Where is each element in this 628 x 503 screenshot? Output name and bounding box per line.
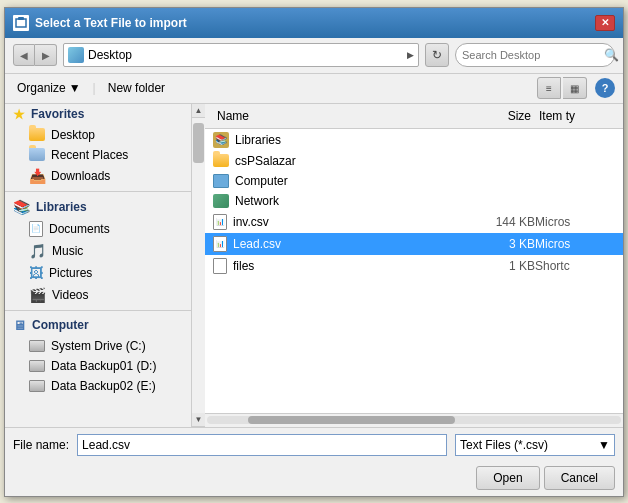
- sidebar-item-label: Documents: [49, 222, 110, 236]
- videos-icon: 🎬: [29, 287, 46, 303]
- shortcut-file-icon: [213, 258, 227, 274]
- file-type-cell: Micros: [535, 215, 615, 229]
- file-name-text: files: [233, 259, 254, 273]
- close-button[interactable]: ✕: [595, 15, 615, 31]
- filename-input[interactable]: [77, 434, 447, 456]
- sidebar-item-desktop[interactable]: Desktop: [5, 125, 191, 145]
- computer-section: 🖥 Computer System Drive (C:) Data Backup…: [5, 315, 191, 396]
- grid-view-button[interactable]: ▦: [563, 77, 587, 99]
- help-button[interactable]: ?: [595, 78, 615, 98]
- open-button[interactable]: Open: [476, 466, 539, 490]
- table-row[interactable]: Computer: [205, 171, 623, 191]
- libraries-header[interactable]: 📚 Libraries: [5, 196, 191, 218]
- svg-rect-1: [18, 17, 24, 20]
- table-row[interactable]: 📊 Lead.csv 3 KB Micros: [205, 233, 623, 255]
- table-row[interactable]: 📚 Libraries: [205, 129, 623, 151]
- dialog-icon: [13, 15, 29, 31]
- col-type-header[interactable]: Item ty: [535, 107, 615, 125]
- file-name-text: csPSalazar: [235, 154, 296, 168]
- sidebar-item-e-drive[interactable]: Data Backup02 (E:): [5, 376, 191, 396]
- location-icon: [68, 47, 84, 63]
- bottom-buttons: Open Cancel: [476, 466, 615, 490]
- filetype-select[interactable]: Text Files (*.csv) ▼: [455, 434, 615, 456]
- file-name-cell: Computer: [213, 174, 465, 188]
- search-input[interactable]: [462, 49, 600, 61]
- sidebar-item-recent-places[interactable]: Recent Places: [5, 145, 191, 165]
- scroll-thumb[interactable]: [193, 123, 204, 163]
- search-icon[interactable]: 🔍: [604, 48, 619, 62]
- file-name-cell: csPSalazar: [213, 154, 465, 168]
- computer-header[interactable]: 🖥 Computer: [5, 315, 191, 336]
- desktop-folder-icon: [29, 128, 45, 141]
- table-row[interactable]: 📊 inv.csv 144 KB Micros: [205, 211, 623, 233]
- cancel-button[interactable]: Cancel: [544, 466, 615, 490]
- table-row[interactable]: files 1 KB Shortc: [205, 255, 623, 277]
- computer-file-icon: [213, 174, 229, 188]
- favorites-section: ★ Favorites Desktop Recent Places 📥 Down…: [5, 104, 191, 187]
- sidebar-item-c-drive[interactable]: System Drive (C:): [5, 336, 191, 356]
- main-content: ★ Favorites Desktop Recent Places 📥 Down…: [5, 104, 623, 427]
- file-name-text: Computer: [235, 174, 288, 188]
- sidebar-item-label: Data Backup01 (D:): [51, 359, 156, 373]
- sidebar-item-label: Downloads: [51, 169, 110, 183]
- csv-file-icon: 📊: [213, 214, 227, 230]
- sidebar-item-label: Pictures: [49, 266, 92, 280]
- file-name-cell: Network: [213, 194, 465, 208]
- organize-arrow: ▼: [69, 81, 81, 95]
- file-name-cell: 📚 Libraries: [213, 132, 465, 148]
- table-row[interactable]: Network: [205, 191, 623, 211]
- sidebar-item-label: Desktop: [51, 128, 95, 142]
- title-bar-left: Select a Text File to import: [13, 15, 187, 31]
- favorites-header[interactable]: ★ Favorites: [5, 104, 191, 125]
- sidebar-item-label: Recent Places: [51, 148, 128, 162]
- search-box: 🔍: [455, 43, 615, 67]
- navigation-toolbar: ◀ ▶ Desktop ▶ ↻ 🔍: [5, 38, 623, 74]
- location-arrow[interactable]: ▶: [407, 50, 414, 60]
- scroll-down-arrow[interactable]: ▼: [192, 413, 205, 427]
- libraries-icon: 📚: [13, 199, 30, 215]
- sidebar: ★ Favorites Desktop Recent Places 📥 Down…: [5, 104, 191, 427]
- hscroll-thumb[interactable]: [248, 416, 455, 424]
- view-buttons: ≡ ▦: [537, 77, 587, 99]
- file-name-text: Libraries: [235, 133, 281, 147]
- location-text: Desktop: [88, 48, 403, 62]
- file-name-text: Lead.csv: [233, 237, 281, 251]
- horizontal-scrollbar[interactable]: [205, 413, 623, 427]
- new-folder-button[interactable]: New folder: [104, 79, 169, 97]
- sidebar-scrollbar[interactable]: ▲ ▼: [191, 104, 205, 427]
- sidebar-item-label: Music: [52, 244, 83, 258]
- file-type-cell: Shortc: [535, 259, 615, 273]
- location-bar[interactable]: Desktop ▶: [63, 43, 419, 67]
- sidebar-item-downloads[interactable]: 📥 Downloads: [5, 165, 191, 187]
- refresh-button[interactable]: ↻: [425, 43, 449, 67]
- sidebar-item-pictures[interactable]: 🖼 Pictures: [5, 262, 191, 284]
- file-list-header: Name Size Item ty: [205, 104, 623, 129]
- bottom-row2: Open Cancel: [5, 462, 623, 496]
- libraries-file-icon: 📚: [213, 132, 229, 148]
- organize-button[interactable]: Organize ▼: [13, 79, 85, 97]
- favorites-label: Favorites: [31, 107, 84, 121]
- d-drive-icon: [29, 360, 45, 372]
- sidebar-item-d-drive[interactable]: Data Backup01 (D:): [5, 356, 191, 376]
- col-size-header[interactable]: Size: [465, 107, 535, 125]
- col-name-header[interactable]: Name: [213, 107, 465, 125]
- c-drive-icon: [29, 340, 45, 352]
- file-type-cell: Micros: [535, 237, 615, 251]
- forward-button[interactable]: ▶: [35, 44, 57, 66]
- file-size-cell: 144 KB: [465, 215, 535, 229]
- file-list: Name Size Item ty 📚 Libraries csPSalazar…: [205, 104, 623, 427]
- sidebar-item-documents[interactable]: 📄 Documents: [5, 218, 191, 240]
- back-button[interactable]: ◀: [13, 44, 35, 66]
- file-name-cell: files: [213, 258, 465, 274]
- e-drive-icon: [29, 380, 45, 392]
- sidebar-item-videos[interactable]: 🎬 Videos: [5, 284, 191, 306]
- list-view-button[interactable]: ≡: [537, 77, 561, 99]
- table-row[interactable]: csPSalazar: [205, 151, 623, 171]
- file-size-cell: 3 KB: [465, 237, 535, 251]
- dialog-title: Select a Text File to import: [35, 16, 187, 30]
- scroll-up-arrow[interactable]: ▲: [192, 104, 205, 118]
- csv-file-icon: 📊: [213, 236, 227, 252]
- computer-label: Computer: [32, 318, 89, 332]
- file-name-text: Network: [235, 194, 279, 208]
- sidebar-item-music[interactable]: 🎵 Music: [5, 240, 191, 262]
